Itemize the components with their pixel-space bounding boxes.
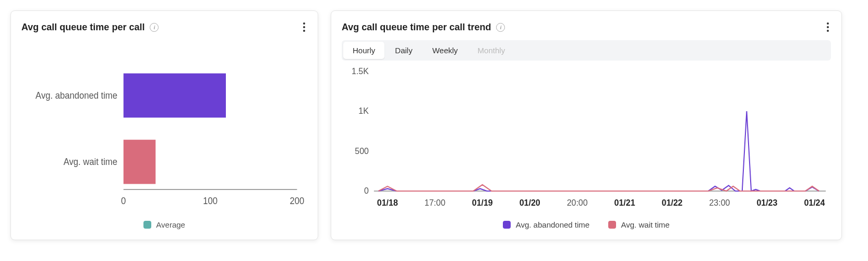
card-header: Avg call queue time per call trend i <box>342 20 831 34</box>
line-legend: Avg. abandoned time Avg. wait time <box>342 220 831 229</box>
info-icon[interactable]: i <box>150 23 159 32</box>
segment-hourly[interactable]: Hourly <box>343 42 384 59</box>
bar-legend: Average <box>21 220 307 229</box>
legend-label-wait: Avg. wait time <box>621 220 670 229</box>
svg-text:0: 0 <box>121 195 126 206</box>
svg-text:01/23: 01/23 <box>756 197 777 208</box>
segment-weekly[interactable]: Weekly <box>423 42 467 59</box>
svg-text:01/19: 01/19 <box>472 197 493 208</box>
svg-text:Avg. wait time: Avg. wait time <box>64 157 117 168</box>
info-icon[interactable]: i <box>496 23 505 32</box>
svg-text:01/21: 01/21 <box>614 197 635 208</box>
svg-text:01/18: 01/18 <box>377 197 398 208</box>
card-title: Avg call queue time per call <box>21 22 144 33</box>
legend-item-wait: Avg. wait time <box>608 220 669 229</box>
svg-rect-4 <box>124 74 226 118</box>
segment-monthly: Monthly <box>468 42 515 59</box>
svg-text:200: 200 <box>290 195 305 206</box>
legend-label-abandoned: Avg. abandoned time <box>516 220 590 229</box>
svg-text:01/20: 01/20 <box>520 197 540 208</box>
segment-daily[interactable]: Daily <box>385 42 421 59</box>
title-wrap: Avg call queue time per call i <box>21 22 159 33</box>
svg-text:Avg. abandoned time: Avg. abandoned time <box>35 90 117 101</box>
svg-text:1K: 1K <box>358 106 369 116</box>
svg-text:20:00: 20:00 <box>567 197 588 208</box>
legend-swatch-wait <box>608 221 616 229</box>
time-range-segmented: Hourly Daily Weekly Monthly <box>342 40 831 61</box>
kebab-menu[interactable] <box>825 20 831 34</box>
title-wrap: Avg call queue time per call trend i <box>342 22 505 33</box>
legend-swatch-average <box>143 221 151 229</box>
svg-text:0: 0 <box>364 186 369 196</box>
svg-text:1.5K: 1.5K <box>352 66 369 77</box>
legend-item-abandoned: Avg. abandoned time <box>503 220 589 229</box>
bar-chart: 0100200Avg. abandoned timeAvg. wait time <box>21 40 307 217</box>
card-avg-queue-time-trend: Avg call queue time per call trend i Hou… <box>331 10 842 240</box>
card-title: Avg call queue time per call trend <box>342 22 491 33</box>
svg-text:17:00: 17:00 <box>425 197 445 208</box>
legend-swatch-abandoned <box>503 221 511 229</box>
card-header: Avg call queue time per call i <box>21 20 307 34</box>
bar-legend-label: Average <box>156 220 185 229</box>
svg-text:500: 500 <box>355 146 369 156</box>
line-chart: 05001K1.5K01/1817:0001/1901/2020:0001/21… <box>342 66 831 216</box>
svg-text:01/24: 01/24 <box>804 197 825 208</box>
kebab-menu[interactable] <box>301 20 307 34</box>
svg-text:23:00: 23:00 <box>709 197 730 208</box>
svg-text:01/22: 01/22 <box>662 197 683 208</box>
svg-text:100: 100 <box>203 195 218 206</box>
svg-rect-6 <box>124 140 156 184</box>
card-avg-queue-time: Avg call queue time per call i 0100200Av… <box>10 10 318 240</box>
